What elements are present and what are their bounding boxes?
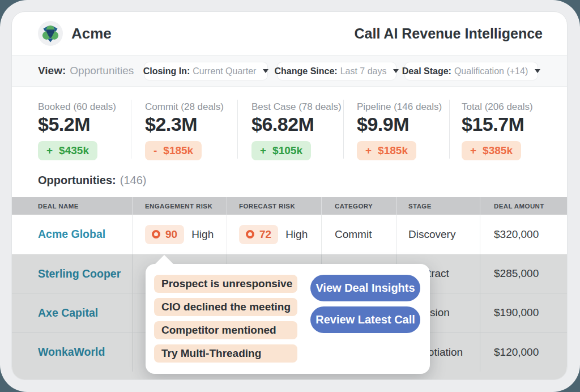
popup-caret	[155, 255, 174, 265]
metric-value: $5.2M	[38, 113, 90, 135]
forecast-risk-badge[interactable]: 72	[239, 225, 278, 244]
risk-score: 90	[165, 228, 177, 241]
insight-chip: CIO declined the meeting	[154, 298, 297, 316]
column-header-deal-name: DEAL NAME	[12, 197, 133, 215]
filter-bar: View: Opportunities Closing In: Current …	[12, 55, 567, 87]
metric-label: Pipeline (146 deals)	[357, 101, 442, 113]
amount-cell: $320,000	[480, 215, 568, 254]
view-label: View:	[38, 65, 66, 77]
metric-delta-badge: +$105k	[251, 141, 311, 160]
closing-in-value: Current Quarter	[193, 66, 256, 76]
metrics-row: Booked (60 deals) $5.2M +$435k Commit (2…	[12, 87, 567, 171]
column-header-forecast-risk: FORECAST RISK	[227, 197, 322, 215]
change-since-dropdown[interactable]: Change Since: Last 7 days	[277, 62, 396, 80]
metric-value: $15.7M	[462, 113, 524, 135]
opportunities-label: Opportunities:	[38, 174, 116, 187]
metric-divider	[237, 100, 238, 159]
chevron-down-icon	[263, 69, 268, 73]
insight-chip: Prospect is unresponsive	[154, 275, 297, 293]
risk-level: High	[191, 228, 214, 241]
deal-name-link[interactable]: Acme Global	[38, 228, 105, 241]
brand-logo-icon	[38, 21, 63, 46]
dashboard-card: Acme Call AI Revenue Intelligence View: …	[11, 11, 568, 380]
deal-insights-popup: Prospect is unresponsive CIO declined th…	[146, 264, 430, 374]
closing-in-dropdown[interactable]: Closing In: Current Quarter	[144, 62, 268, 80]
app-frame: Acme Call AI Revenue Intelligence View: …	[0, 0, 580, 392]
metric-label: Total (206 deals)	[462, 101, 533, 113]
insight-chip: Try Multi-Threading	[154, 344, 297, 363]
metric-label: Booked (60 deals)	[38, 101, 116, 113]
risk-ring-icon	[152, 230, 160, 238]
metric-delta-badge: +$185k	[357, 141, 416, 160]
table-header-row: DEAL NAME ENGAGEMENT RISK FORECAST RISK …	[12, 197, 568, 215]
engagement-risk-badge[interactable]: 90	[145, 225, 184, 244]
metric-delta-badge: +$385k	[462, 141, 521, 160]
metric-value: $9.9M	[357, 113, 409, 135]
review-latest-call-button[interactable]: Review Latest Call	[310, 306, 420, 333]
metric-divider	[449, 100, 450, 159]
header: Acme Call AI Revenue Intelligence	[12, 12, 567, 55]
metric-delta-badge: -$185k	[145, 141, 202, 160]
view-deal-insights-button[interactable]: View Deal Insights	[310, 275, 420, 301]
column-header-engagement-risk: ENGAGEMENT RISK	[133, 197, 227, 215]
column-header-category: CATEGORY	[322, 197, 397, 215]
insight-chip: Competitor mentioned	[154, 321, 297, 339]
deal-stage-label: Deal Stage:	[402, 66, 451, 76]
opportunities-heading: Opportunities: (146)	[38, 174, 146, 187]
metric-divider	[343, 100, 344, 159]
deal-stage-value: Qualification (+14)	[454, 66, 528, 76]
closing-in-label: Closing In:	[143, 66, 190, 76]
metric-divider	[131, 100, 131, 159]
deal-stage-dropdown[interactable]: Deal Stage: Qualification (+14)	[404, 62, 538, 80]
risk-ring-icon	[246, 230, 254, 238]
page-title: Call AI Revenue Intelligence	[354, 12, 543, 55]
metric-label: Best Case (78 deals)	[251, 101, 342, 113]
view-selector: View: Opportunities	[38, 56, 134, 86]
metric-value: $6.82M	[251, 113, 314, 135]
stage-cell: Discovery	[397, 215, 480, 254]
metric-delta-badge: +$435k	[38, 141, 97, 160]
column-header-deal-amount: DEAL AMOUNT	[480, 197, 568, 215]
risk-level: High	[285, 228, 308, 241]
change-since-value: Last 7 days	[340, 66, 387, 76]
chevron-down-icon	[535, 69, 540, 73]
change-since-label: Change Since:	[275, 66, 338, 76]
brand-name: Acme	[71, 12, 112, 55]
view-value: Opportunities	[70, 65, 134, 77]
metric-label: Commit (28 deals)	[145, 101, 224, 113]
column-header-stage: STAGE	[397, 197, 480, 215]
category-cell: Commit	[322, 215, 397, 254]
chevron-down-icon	[393, 69, 399, 73]
metric-value: $2.3M	[145, 113, 197, 135]
opportunities-count: (146)	[120, 174, 147, 187]
risk-score: 72	[259, 228, 271, 241]
table-row: Acme Global 90 High 72 High Commit	[12, 215, 568, 254]
